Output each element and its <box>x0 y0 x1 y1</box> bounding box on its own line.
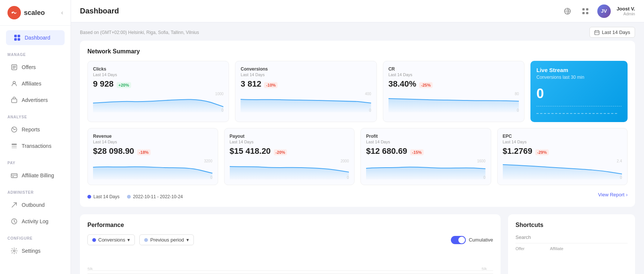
conversions-chevron: ▾ <box>127 237 130 243</box>
profit-ymin: 0 <box>483 175 486 180</box>
shortcuts-col-affiliate: Affiliate <box>550 246 563 251</box>
sidebar-item-affiliate-billing[interactable]: Affiliate Billing <box>3 168 68 183</box>
epc-period: Last 14 Days <box>503 140 622 144</box>
sidebar-item-advertisers[interactable]: Advertisers <box>3 93 68 108</box>
svg-rect-10 <box>12 144 17 145</box>
transactions-icon <box>10 142 18 150</box>
sidebar-item-outbound[interactable]: Outbound <box>3 197 68 212</box>
affiliates-icon <box>10 80 18 87</box>
topbar: Dashboard JV Joost V. Adm <box>71 0 644 22</box>
conversions-ymin: 0 <box>369 108 371 112</box>
sidebar-section-pay: PAY <box>0 154 71 167</box>
cumulative-toggle-row: Cumulative <box>451 236 493 244</box>
legend-item-current: Last 14 Days <box>87 194 120 199</box>
live-stream-subtitle: Conversions last 30 min <box>536 75 622 80</box>
legend-label-previous: 2022-10-11 - 2022-10-24 <box>133 194 183 199</box>
sidebar-item-reports-label: Reports <box>22 127 40 133</box>
conversions-badge: -10% <box>264 82 278 88</box>
svg-rect-19 <box>586 8 588 10</box>
cumulative-toggle[interactable] <box>451 236 466 244</box>
view-report-link[interactable]: View Report › <box>598 192 628 197</box>
clicks-label: Clicks <box>93 66 223 72</box>
page-title: Dashboard <box>80 7 561 15</box>
svg-point-1 <box>12 12 13 13</box>
sidebar-item-transactions-label: Transactions <box>22 143 52 149</box>
svg-rect-8 <box>12 99 17 103</box>
clicks-period: Last 14 Days <box>93 72 223 77</box>
legend-row: Last 14 Days 2022-10-11 - 2022-10-24 Vie… <box>87 190 628 199</box>
sidebar-item-transactions[interactable]: Transactions <box>3 138 68 153</box>
network-summary-title: Network Summary <box>87 48 628 55</box>
payout-label: Payout <box>230 134 349 139</box>
svg-rect-18 <box>582 8 585 10</box>
performance-chart-area: 5k 5k <box>87 251 493 274</box>
sidebar-item-reports[interactable]: Reports <box>3 122 68 137</box>
clicks-ymax: 1000 <box>215 92 223 96</box>
user-avatar[interactable]: JV <box>597 4 611 18</box>
svg-rect-3 <box>18 35 20 37</box>
globe-icon[interactable] <box>561 5 573 17</box>
sidebar-section-analyse: ANALYSE <box>0 108 71 121</box>
metric-epc: EPC Last 14 Days $1.2769 -29% <box>497 128 628 185</box>
svg-rect-13 <box>11 174 17 178</box>
metric-payout: Payout Last 14 Days $15 418.20 -20% <box>224 128 355 185</box>
sidebar-item-dashboard-label: Dashboard <box>25 35 50 41</box>
bottom-grid: Performance Conversions ▾ Previous perio… <box>80 214 635 274</box>
shortcuts-search-label: Search <box>515 234 628 240</box>
conversions-dropdown[interactable]: Conversions ▾ <box>87 234 135 245</box>
performance-title: Performance <box>87 222 493 228</box>
filter-row: Conversions ▾ Previous period ▾ Cumulati… <box>87 234 493 245</box>
sidebar-item-settings[interactable]: Settings <box>3 243 68 258</box>
conversions-ymax: 400 <box>365 92 371 96</box>
outbound-icon <box>10 201 18 209</box>
previous-period-dropdown[interactable]: Previous period ▾ <box>139 234 193 245</box>
sidebar-item-offers[interactable]: Offers <box>3 60 68 75</box>
cr-chart: 80 0 <box>388 92 519 112</box>
metric-revenue: Revenue Last 14 Days $28 098.90 -18% <box>87 128 218 185</box>
previous-period-dot <box>144 238 148 242</box>
epc-label: EPC <box>503 134 622 139</box>
profit-chart: 1600 0 <box>366 159 486 180</box>
metrics-row2: Revenue Last 14 Days $28 098.90 -18% <box>87 128 628 185</box>
metric-conversions: Conversions Last 14 Days 3 812 -10% <box>235 61 377 122</box>
topbar-actions: JV Joost V. Admin <box>561 4 635 18</box>
payout-value: $15 418.20 <box>230 146 271 156</box>
clicks-badge: +20% <box>117 82 131 88</box>
revenue-ymax: 3200 <box>204 159 212 163</box>
sidebar-item-activity-log[interactable]: Activity Log <box>3 214 68 229</box>
live-stream-value: 0 <box>536 86 622 102</box>
svg-rect-12 <box>12 147 17 148</box>
sidebar-logo: scaleo ‹ <box>0 0 71 26</box>
sidebar-collapse-icon[interactable]: ‹ <box>61 9 63 16</box>
clicks-chart: 1000 0 <box>93 92 223 112</box>
legend-label-current: Last 14 Days <box>93 194 120 199</box>
svg-rect-21 <box>586 12 588 14</box>
apps-icon[interactable] <box>579 5 591 17</box>
epc-ymin: 0 <box>620 175 622 180</box>
network-summary-card: Network Summary Clicks Last 14 Days 9 92… <box>80 41 635 207</box>
live-stream-title: Live Stream <box>536 67 622 73</box>
profit-label: Profit <box>366 134 486 139</box>
revenue-ymin: 0 <box>210 175 213 180</box>
profit-badge: -15% <box>410 149 424 155</box>
epc-chart: 2.4 0 <box>503 159 622 180</box>
conversions-dropdown-label: Conversions <box>98 237 125 243</box>
affiliate-billing-icon <box>10 172 18 179</box>
view-report-arrow: › <box>626 192 628 197</box>
sidebar-item-dashboard[interactable]: Dashboard <box>6 30 65 45</box>
sidebar-item-outbound-label: Outbound <box>22 202 45 208</box>
legend-dot-previous <box>127 195 131 199</box>
revenue-value: $28 098.90 <box>93 146 134 156</box>
logo-icon <box>7 6 21 19</box>
sidebar-item-advertisers-label: Advertisers <box>22 97 48 103</box>
sidebar-item-affiliates[interactable]: Affiliates <box>3 76 68 91</box>
conversions-value: 3 812 <box>241 79 261 89</box>
legend-item-previous: 2022-10-11 - 2022-10-24 <box>127 194 183 199</box>
performance-card: Performance Conversions ▾ Previous perio… <box>80 214 501 274</box>
sidebar-item-affiliates-label: Affiliates <box>22 81 41 87</box>
date-range-button[interactable]: Last 14 Days <box>589 27 635 38</box>
sidebar-item-offers-label: Offers <box>22 64 36 70</box>
previous-period-chevron: ▾ <box>186 237 189 243</box>
cr-badge: -25% <box>419 82 433 88</box>
svg-rect-20 <box>582 12 585 14</box>
